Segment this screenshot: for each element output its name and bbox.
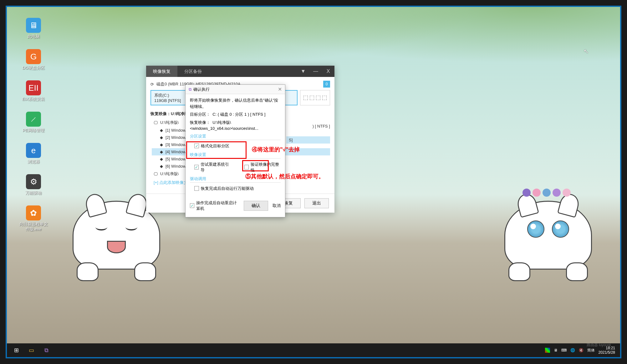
tray-keyboard-icon[interactable]: ⌨ xyxy=(561,348,567,352)
tree-disk-icon: 🖵 xyxy=(154,172,158,176)
desktop-icon-label: 此电脑 xyxy=(18,34,49,39)
desktop-icon-0[interactable]: 🖥此电脑 xyxy=(18,18,49,46)
dialog-app-icon: ⧉ xyxy=(189,87,191,92)
taskbar: ⊞ ▭ ⧉ 🖥 ⌨ 🌐 🔇 简体 18:21 2021/5/28 xyxy=(7,343,620,357)
desktop-icon-3[interactable]: ⟋PE网络管理 xyxy=(18,112,49,140)
checkbox-auto-reboot[interactable]: ✓ xyxy=(190,203,194,208)
tree-item-label: U:\纯净版\ xyxy=(160,171,179,177)
desktop-icon-image: G xyxy=(26,49,41,64)
tree-disk-icon: ◆ xyxy=(160,149,163,154)
desktop-icon-1[interactable]: GDG硬盘分区 xyxy=(18,49,49,77)
label-verify-image: 验证映像的完整性 xyxy=(251,162,281,173)
checkbox-rebuild-boot[interactable]: ✓ xyxy=(194,165,199,169)
section-partition-settings: 分区设置 xyxy=(190,134,281,140)
desktop-icon-image: e xyxy=(26,143,41,158)
wallpaper-cat-right xyxy=(495,182,601,270)
side-selected-item[interactable]: S] xyxy=(286,136,330,144)
desktop-icon-image: 🖥 xyxy=(26,18,41,33)
tray-volume-icon[interactable]: 🔇 xyxy=(579,348,584,352)
window-dropdown-icon[interactable]: ▼ xyxy=(297,66,309,77)
desktop-icon-label: 浏览器 xyxy=(18,159,49,164)
desktop-icon-image: ⚙ xyxy=(26,174,41,189)
desktop-icon-2[interactable]: EIIEIX系统安装 xyxy=(18,80,49,109)
desktop-icon-4[interactable]: e浏览器 xyxy=(18,143,49,171)
annotation-text-4: ④将这里的"√"去掉 xyxy=(252,146,300,153)
tree-disk-icon: 🖵 xyxy=(154,120,158,125)
tree-disk-icon: ◆ xyxy=(160,135,163,140)
label-auto-run-driver: 恢复完成后自动运行万能驱动 xyxy=(201,186,254,191)
side-ntfs-label: ) [ NTFS ] xyxy=(313,124,330,129)
disk-refresh-icon[interactable]: ⟳ xyxy=(150,82,154,87)
confirm-button[interactable]: 确认 xyxy=(244,201,268,211)
tree-item-label: U:\纯净版\ xyxy=(160,120,179,125)
desktop-icon-image: ⟋ xyxy=(26,112,41,127)
annotation-text-5: ⑤其他默认，然后点确定即可。 xyxy=(245,173,324,180)
desktop-icon-label: EIX系统安装 xyxy=(18,97,49,102)
checkbox-auto-run-driver[interactable] xyxy=(194,186,199,191)
desktop-icon-image: ✿ xyxy=(26,205,41,220)
dialog-close-icon[interactable]: ✕ xyxy=(278,86,282,92)
checkbox-verify-image[interactable] xyxy=(244,165,249,169)
tree-disk-icon: ◆ xyxy=(160,128,163,133)
window-close-icon[interactable]: X xyxy=(322,66,334,77)
desktop-icon-label: PE网络管理 xyxy=(18,128,49,133)
tree-disk-icon: ◆ xyxy=(160,142,163,147)
label-format-partition: 格式化目标分区 xyxy=(201,143,229,149)
desktop-icon-label: 向日葵远程单文件版.exe xyxy=(18,222,49,231)
tab-partition-backup[interactable]: 分区备份 xyxy=(177,66,209,77)
cancel-button[interactable]: 取消 xyxy=(273,203,281,209)
start-button[interactable]: ⊞ xyxy=(9,343,24,357)
watermark: 路由器 luyouqi xyxy=(587,342,611,348)
dialog-title: 确认执行 xyxy=(193,87,210,92)
window-minimize-icon[interactable]: — xyxy=(309,66,322,77)
checkbox-format-partition[interactable]: ✓ xyxy=(194,144,199,148)
tray-color-icon[interactable] xyxy=(545,348,550,353)
recover-image-row: 恢复映像： U:\纯净版\<windows_10_x64.iso>\source… xyxy=(190,119,281,132)
taskbar-file-explorer[interactable]: ▭ xyxy=(24,343,39,357)
tray-network-icon[interactable]: 🌐 xyxy=(570,348,575,352)
label-rebuild-boot: 尝试重建系统引导 xyxy=(201,162,231,173)
dialog-message: 即将开始映像恢复操作，确认信息后单击"确认"按钮继续。 xyxy=(190,97,281,109)
window-titlebar: 映像恢复 分区备份 ▼ — X xyxy=(146,66,334,77)
label-auto-reboot: 操作完成后自动重启计算机 xyxy=(196,200,239,211)
desktop-icon-6[interactable]: ✿向日葵远程单文件版.exe xyxy=(18,205,49,234)
target-partition-row: 目标分区： C: ( 磁盘 0 : 分区 1 ) [ NTFS ] xyxy=(190,111,281,118)
taskbar-language[interactable]: 简体 xyxy=(587,348,595,353)
desktop-icon-label: 万能驱动 xyxy=(18,190,49,195)
partition-empty-slots[interactable] xyxy=(300,90,330,105)
tab-image-restore[interactable]: 映像恢复 xyxy=(146,66,177,77)
desktop-icon-label: DG硬盘分区 xyxy=(18,65,49,70)
desktop-icon-image: EII xyxy=(26,80,41,95)
tree-disk-icon: ◆ xyxy=(160,157,163,161)
desktop-icon-5[interactable]: ⚙万能驱动 xyxy=(18,174,49,202)
taskbar-app[interactable]: ⧉ xyxy=(39,343,54,357)
disk-index-badge: 0 xyxy=(323,81,330,88)
tree-disk-icon: ◆ xyxy=(160,164,163,169)
exit-button[interactable]: 退出 xyxy=(304,198,329,208)
tray-device-icon[interactable]: 🖥 xyxy=(554,348,558,352)
